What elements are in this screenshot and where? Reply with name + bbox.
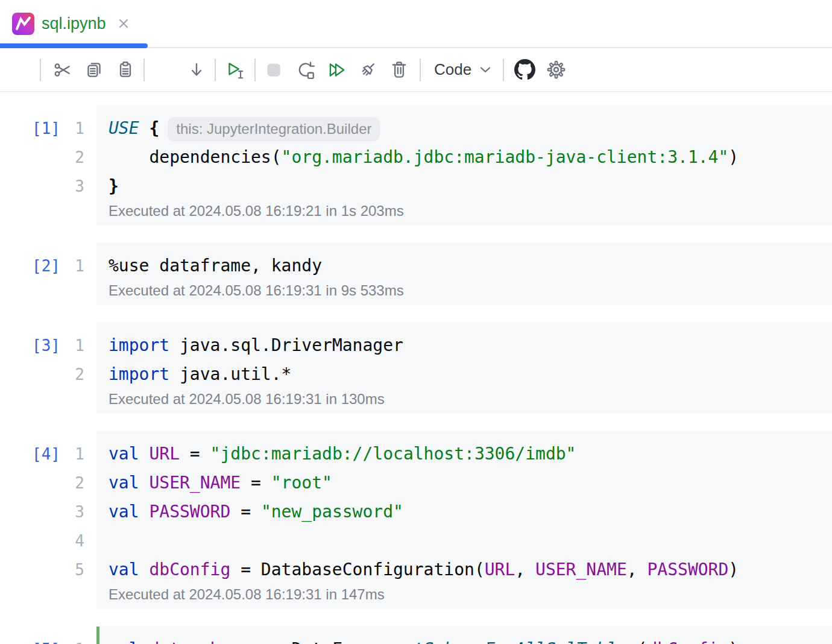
- notebook-cell[interactable]: [3]12import java.sql.DriverManagerimport…: [0, 323, 832, 413]
- line-number: 1: [60, 445, 84, 463]
- code-token: "new_password": [261, 502, 403, 522]
- cell-code-area[interactable]: import java.sql.DriverManagerimport java…: [96, 323, 832, 413]
- stop-icon: [263, 60, 284, 80]
- code-line[interactable]: [99, 526, 832, 555]
- cell-gutter: [2]1: [0, 243, 96, 305]
- cell-code-area[interactable]: USE {this: JupyterIntegration.Builder de…: [96, 106, 832, 225]
- tab-sql-ipynb[interactable]: sql.ipynb: [0, 0, 147, 47]
- code-token: [139, 560, 150, 579]
- tab-bar: sql.ipynb: [0, 0, 832, 48]
- delete-cell-button[interactable]: [383, 54, 415, 86]
- line-number: 1: [60, 257, 84, 275]
- cell-gutter: [1]123: [0, 106, 96, 225]
- cell-type-selector[interactable]: Code: [422, 54, 503, 86]
- code-line[interactable]: import java.util.*: [99, 360, 832, 389]
- cell-type-label: Code: [434, 60, 471, 79]
- toolbar-separator: [420, 58, 421, 81]
- code-line[interactable]: %use dataframe, kandy: [99, 251, 832, 280]
- code-token: =: [241, 473, 271, 493]
- code-line[interactable]: val dataschemas = DataFrame.getSchemaFor…: [99, 635, 832, 644]
- cut-cell-button[interactable]: [47, 54, 78, 86]
- code-token: [139, 639, 150, 644]
- code-line[interactable]: val dbConfig = DatabaseConfiguration(URL…: [99, 555, 832, 584]
- code-token: [139, 118, 150, 138]
- cell-code-area[interactable]: val dataschemas = DataFrame.getSchemaFor…: [96, 627, 832, 644]
- stop-kernel-button[interactable]: [258, 54, 289, 86]
- code-token: USER_NAME: [535, 560, 627, 579]
- code-line[interactable]: import java.sql.DriverManager: [99, 331, 832, 360]
- code-token: import: [109, 335, 169, 355]
- code-token: %use dataframe, kandy: [109, 256, 322, 276]
- code-line[interactable]: val PASSWORD = "new_password": [99, 497, 832, 526]
- copy-cell-button[interactable]: [78, 54, 110, 86]
- line-number: 2: [60, 148, 84, 166]
- code-token: ): [728, 147, 739, 167]
- cell-gutter: [3]12: [0, 323, 96, 413]
- tab-filename: sql.ipynb: [42, 14, 106, 33]
- paste-icon: [115, 60, 136, 80]
- code-line[interactable]: dependencies("org.mariadb.jdbc:mariadb-j…: [99, 143, 832, 172]
- code-token: java.sql.DriverManager: [169, 335, 403, 355]
- code-line[interactable]: val URL = "jdbc:mariadb://localhost:3306…: [99, 440, 832, 469]
- gear-icon: [546, 59, 567, 80]
- gutter-row: 3: [0, 172, 96, 201]
- gutter-row: 5: [0, 555, 96, 584]
- close-tab-icon[interactable]: [117, 17, 130, 30]
- code-token: "org.mariadb.jdbc:mariadb-java-client:3.…: [282, 147, 729, 167]
- code-token: val: [109, 502, 139, 522]
- gutter-row: 2: [0, 360, 96, 389]
- scroll-down-button[interactable]: [181, 54, 212, 86]
- execution-status: Executed at 2024.05.08 16:19:31 in 9s 53…: [99, 280, 832, 303]
- notebook-cell[interactable]: [4]12345val URL = "jdbc:mariadb://localh…: [0, 431, 832, 608]
- code-token: PASSWORD: [647, 560, 728, 579]
- restart-kernel-button[interactable]: [289, 54, 321, 86]
- execution-count: [1]: [0, 119, 60, 137]
- code-token: URL: [485, 560, 515, 579]
- run-icon: [225, 60, 245, 80]
- github-button[interactable]: [509, 54, 540, 86]
- gutter-row: [4]1: [0, 440, 96, 469]
- code-token: [139, 444, 150, 464]
- toolbar-separator: [143, 58, 145, 81]
- notebook-cell[interactable]: [2]1%use dataframe, kandyExecuted at 202…: [0, 243, 832, 305]
- execution-status: Executed at 2024.05.08 16:19:31 in 130ms: [99, 389, 832, 412]
- cell-gutter: [4]12345: [0, 431, 96, 608]
- notebook-cell[interactable]: [1]123USE {this: JupyterIntegration.Buil…: [0, 106, 832, 225]
- gutter-row: [5]1: [0, 635, 96, 644]
- run-all-cells-button[interactable]: [321, 54, 352, 86]
- code-line[interactable]: USE {this: JupyterIntegration.Builder: [99, 114, 832, 143]
- inlay-hint: this: JupyterIntegration.Builder: [168, 117, 380, 141]
- code-line[interactable]: val USER_NAME = "root": [99, 469, 832, 497]
- code-token: PASSWORD: [149, 502, 230, 522]
- code-token: dbConfig: [647, 639, 728, 644]
- code-token: val: [109, 473, 139, 493]
- paste-cell-button[interactable]: [110, 54, 141, 86]
- run-cell-select-below-button[interactable]: [219, 54, 251, 86]
- gutter-row: [1]1: [0, 114, 96, 143]
- toolbar-separator: [215, 58, 216, 81]
- line-number: 5: [60, 561, 84, 579]
- toolbar-separator: [254, 58, 256, 81]
- code-token: "jdbc:mariadb://localhost:3306/imdb": [210, 444, 576, 464]
- notebook-cell[interactable]: [5]1val dataschemas = DataFrame.getSchem…: [0, 627, 832, 644]
- line-number: 3: [60, 503, 84, 521]
- scissors-icon: [52, 60, 73, 80]
- cell-code-area[interactable]: %use dataframe, kandyExecuted at 2024.05…: [96, 243, 832, 305]
- code-token: ,: [515, 560, 535, 579]
- code-token: [139, 502, 150, 522]
- code-token: (: [637, 639, 648, 644]
- code-token: [139, 473, 150, 493]
- code-token: =: [180, 444, 210, 464]
- code-line[interactable]: }: [99, 172, 832, 201]
- clear-outputs-button[interactable]: [352, 54, 383, 86]
- code-token: val: [109, 560, 139, 579]
- gutter-row: [2]1: [0, 251, 96, 280]
- code-token: dependencies(: [109, 147, 282, 167]
- notebook-cells: [1]123USE {this: JupyterIntegration.Buil…: [0, 92, 832, 644]
- code-token: val: [109, 444, 139, 464]
- settings-button[interactable]: [540, 54, 572, 86]
- code-token: =: [230, 502, 261, 522]
- execution-status: Executed at 2024.05.08 16:19:21 in 1s 20…: [99, 201, 832, 224]
- cell-code-area[interactable]: val URL = "jdbc:mariadb://localhost:3306…: [96, 431, 832, 608]
- code-token: {: [149, 118, 159, 138]
